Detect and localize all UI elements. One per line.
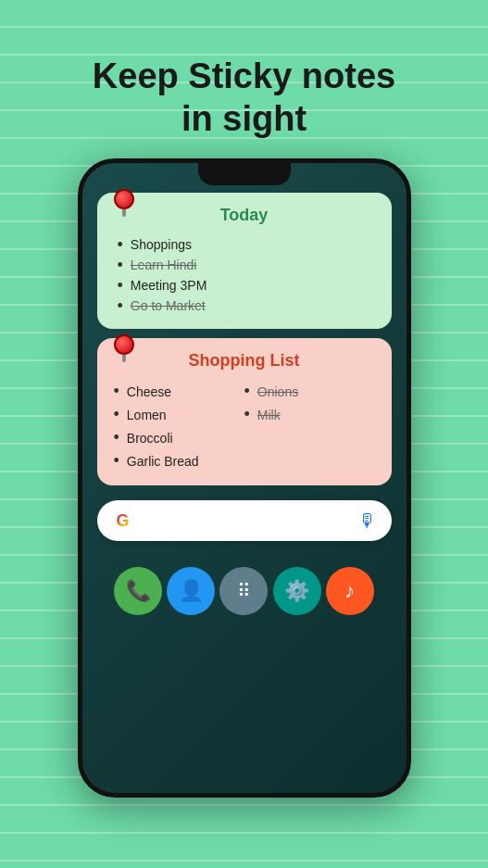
list-item: Meeting 3PM xyxy=(118,275,375,296)
shopping-list: Cheese Lomen Broccoli Garlic Bread Onion… xyxy=(114,380,375,472)
search-input[interactable] xyxy=(144,511,349,530)
today-list: Shoppings Learn Hindi Meeting 3PM Go to … xyxy=(114,234,375,316)
list-item: Cheese xyxy=(114,380,244,403)
music-icon[interactable]: ♪ xyxy=(326,567,374,615)
list-item: Broccoli xyxy=(114,426,244,449)
today-card: Today Shoppings Learn Hindi Meeting 3PM … xyxy=(97,193,392,329)
list-item: Garlic Bread xyxy=(114,449,244,472)
shopping-card: Shopping List Cheese Lomen Broccoli Garl… xyxy=(97,338,392,485)
today-card-title: Today xyxy=(114,206,375,225)
bottom-dock: 📞 👤 ⠿ ⚙️ ♪ xyxy=(97,560,392,623)
contacts-icon[interactable]: 👤 xyxy=(167,567,215,615)
list-item: Shoppings xyxy=(118,234,375,255)
list-item: Onions xyxy=(244,380,375,403)
list-item: Milk xyxy=(244,403,375,426)
settings-icon[interactable]: ⚙️ xyxy=(273,567,321,615)
apps-icon[interactable]: ⠿ xyxy=(219,567,268,615)
phone-notch xyxy=(198,163,291,185)
list-item: Lomen xyxy=(114,403,244,426)
mic-icon[interactable]: 🎙 xyxy=(358,510,377,532)
headline: Keep Sticky notes in sight xyxy=(0,0,488,158)
list-item: Learn Hindi xyxy=(118,255,375,275)
shopping-card-title: Shopping List xyxy=(114,351,375,371)
list-item: Go to Market xyxy=(118,296,375,316)
pushpin-today xyxy=(114,189,134,215)
phone-frame: Today Shoppings Learn Hindi Meeting 3PM … xyxy=(78,158,411,798)
phone-icon[interactable]: 📞 xyxy=(114,567,162,615)
shopping-col2: Onions Milk xyxy=(244,380,375,472)
google-logo: G xyxy=(112,509,134,532)
shopping-col1: Cheese Lomen Broccoli Garlic Bread xyxy=(114,380,244,472)
search-bar[interactable]: G 🎙 xyxy=(97,500,392,541)
pushpin-shopping xyxy=(114,334,134,360)
headline-text: Keep Sticky notes in sight xyxy=(0,56,488,140)
